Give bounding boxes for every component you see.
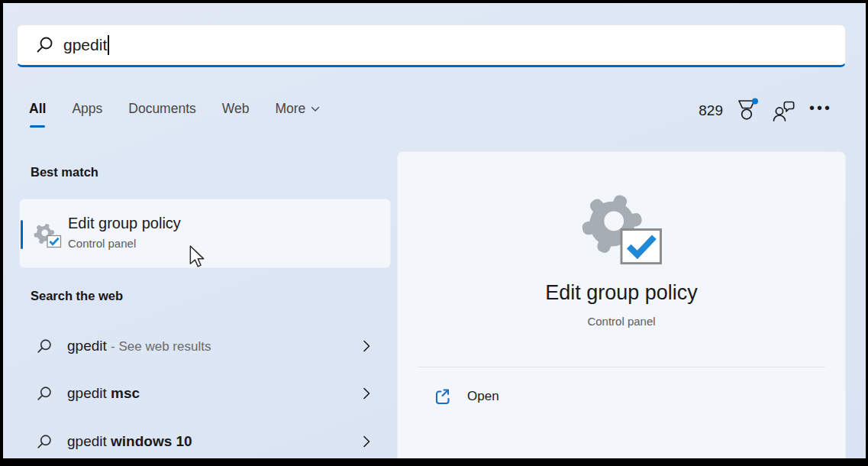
more-options-button[interactable]: ••• <box>809 104 832 118</box>
search-icon <box>36 36 54 54</box>
divider <box>418 367 825 367</box>
search-icon <box>37 386 53 402</box>
rewards-points: 829 <box>699 102 723 119</box>
suggestion-query: gpedit <box>67 433 111 449</box>
group-policy-gear-icon <box>32 222 63 249</box>
tab-all[interactable]: All <box>29 101 46 128</box>
text-caret <box>108 35 109 55</box>
chevron-right-icon[interactable] <box>363 387 371 400</box>
search-flyout: gpedit All Apps Documents Web More 829 •… <box>3 3 866 458</box>
result-preview-panel: Edit group policy Control panel Open <box>397 151 846 458</box>
rewards-trophy-icon[interactable] <box>736 98 759 124</box>
best-match-result[interactable]: Edit group policy Control panel <box>19 199 391 268</box>
preview-subtitle: Control panel <box>398 315 845 328</box>
group-policy-gear-icon <box>576 190 666 269</box>
web-suggestion-row[interactable]: gpedit - See web results <box>19 327 391 365</box>
suggestion-query: gpedit <box>67 338 107 354</box>
suggestion-suffix: windows 10 <box>111 433 192 449</box>
tab-apps[interactable]: Apps <box>72 101 102 128</box>
suggestion-suffix: - See web results <box>111 339 211 354</box>
best-match-title[interactable]: Edit group policy <box>68 215 181 232</box>
suggestion-query: gpedit <box>67 385 111 401</box>
chevron-down-icon <box>311 106 320 112</box>
tab-more[interactable]: More <box>275 101 320 128</box>
search-icon <box>37 338 53 354</box>
search-input[interactable]: gpedit <box>17 24 846 67</box>
open-external-icon <box>434 388 450 406</box>
tab-documents[interactable]: Documents <box>128 101 196 128</box>
best-match-subtitle: Control panel <box>68 237 136 250</box>
selection-accent-bar <box>21 220 23 249</box>
chevron-right-icon[interactable] <box>363 435 371 448</box>
search-the-web-heading: Search the web <box>31 289 123 303</box>
best-match-heading: Best match <box>31 165 98 180</box>
chevron-right-icon[interactable] <box>363 339 371 353</box>
web-suggestion-row[interactable]: gpedit windows 10 <box>19 422 391 458</box>
topbar-actions: 829 ••• <box>699 98 832 124</box>
search-query-text[interactable]: gpedit <box>63 36 107 54</box>
search-filter-tabs: All Apps Documents Web More <box>29 101 320 128</box>
open-label: Open <box>467 389 499 404</box>
preview-title: Edit group policy <box>398 281 845 305</box>
person-chat-icon[interactable] <box>772 100 796 121</box>
open-action[interactable]: Open <box>418 379 825 414</box>
search-icon <box>37 434 53 450</box>
suggestion-suffix: msc <box>111 385 140 401</box>
tab-web[interactable]: Web <box>222 101 250 128</box>
web-suggestion-row[interactable]: gpedit msc <box>19 374 391 413</box>
